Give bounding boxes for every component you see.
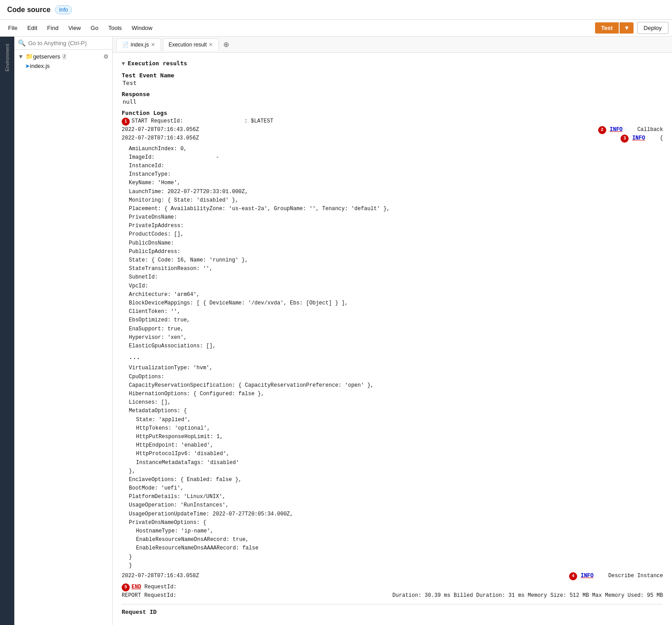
divider: [122, 604, 663, 604]
function-logs-label: Function Logs: [122, 110, 663, 116]
log-end-text: END RequestId:: [132, 583, 177, 591]
test-button[interactable]: Test: [595, 22, 619, 34]
menu-edit[interactable]: Edit: [23, 23, 42, 33]
request-id-section: Request ID: [122, 608, 663, 617]
top-bar: Code source Info: [0, 0, 672, 20]
right-panel: 📄 index.js ✕ Execution result ✕ ⊕ ▼ Exec…: [113, 37, 672, 625]
file-item[interactable]: ➤ index.js: [14, 61, 112, 71]
log-start-text: START RequestId: : $LATEST: [132, 117, 273, 126]
left-panel: 🔍 ▼ 📁 getservers / ⚙ ➤ index.js: [14, 37, 113, 625]
folder-badge: /: [62, 54, 67, 59]
log-timestamp3: 2022-07-28T07:16:43.058Z: [122, 572, 199, 580]
tab-execution-close[interactable]: ✕: [208, 42, 213, 48]
main-layout: Environment 🔍 ▼ 📁 getservers / ⚙ ➤ index…: [0, 37, 672, 625]
menu-tools[interactable]: Tools: [104, 23, 126, 33]
tab-indexjs[interactable]: 📄 index.js ✕: [116, 38, 161, 51]
describe-text: Describe Instance: [595, 572, 663, 580]
callback-text: Callback: [625, 126, 663, 134]
environment-tab[interactable]: Environment: [3, 40, 12, 75]
menu-find[interactable]: Find: [43, 23, 63, 33]
report-details: Duration: 30.39 ms Billed Duration: 31 m…: [392, 591, 663, 600]
log-describe-line: 2022-07-28T07:16:43.058Z 4 INFO Describe…: [122, 572, 663, 580]
request-id-label: Request ID: [122, 608, 663, 617]
file-tree: ▼ 📁 getservers / ⚙ ➤ index.js: [14, 50, 112, 625]
search-bar: 🔍: [14, 37, 112, 50]
folder-item[interactable]: ▼ 📁 getservers / ⚙: [14, 51, 112, 61]
annotation-1: 1: [122, 118, 130, 126]
response-label: Response: [122, 91, 663, 97]
menu-view[interactable]: View: [64, 23, 85, 33]
add-tab-button[interactable]: ⊕: [221, 39, 232, 50]
test-event-value: Test: [122, 80, 663, 86]
tab-indexjs-close[interactable]: ✕: [151, 42, 155, 48]
folder-name: getservers: [33, 53, 60, 60]
page-title: Code source: [7, 6, 51, 14]
annotation-4: 4: [569, 572, 577, 580]
log-timestamp1: 2022-07-28T07:16:43.056Z: [122, 126, 199, 134]
tab-execution-label: Execution result: [169, 42, 207, 48]
annotation-2: 2: [598, 126, 606, 134]
log-end-line: 5 END RequestId:: [122, 583, 663, 591]
log-info-open-line: 2022-07-28T07:16:43.056Z 3 INFO {: [122, 134, 663, 143]
menu-go[interactable]: Go: [86, 23, 103, 33]
tabs-bar: 📄 index.js ✕ Execution result ✕ ⊕: [113, 37, 672, 53]
log-timestamp2: 2022-07-28T07:16:43.056Z: [122, 134, 199, 143]
log-report-line: REPORT RequestId: Duration: 30.39 ms Bil…: [122, 591, 663, 600]
exec-results-title: Execution results: [128, 60, 187, 67]
folder-icon: 📁: [26, 53, 33, 60]
log-report-text: REPORT RequestId:: [122, 591, 176, 600]
menu-bar: File Edit Find View Go Tools Window Test…: [0, 20, 672, 37]
log-start-line: 1 START RequestId: : $LATEST: [122, 117, 663, 126]
info-badge: Info: [55, 5, 72, 14]
menu-file[interactable]: File: [4, 23, 22, 33]
info-describe-tag: INFO: [581, 572, 594, 580]
exec-results-header: ▼ Execution results: [122, 60, 663, 67]
info-open-tag: INFO: [632, 134, 645, 143]
test-event-label: Test Event Name: [122, 72, 663, 79]
log-block-1: AmiLaunchIndex: 0, ImageId: - InstanceId…: [122, 145, 663, 351]
tab-indexjs-label: index.js: [131, 42, 149, 48]
execution-panel: ▼ Execution results Test Event Name Test…: [113, 53, 672, 625]
settings-icon[interactable]: ⚙: [103, 53, 109, 60]
ellipsis: ...: [129, 352, 663, 362]
search-icon: 🔍: [18, 39, 26, 46]
log-callback-line: 2022-07-28T07:16:43.056Z 2 INFO Callback: [122, 126, 663, 134]
search-input[interactable]: [28, 40, 109, 46]
annotation-3: 3: [621, 135, 629, 143]
annotation-5: 5: [122, 583, 130, 591]
log-block-2: VirtualizationType: 'hvm', CpuOptions: C…: [122, 364, 663, 570]
deploy-button[interactable]: Deploy: [637, 22, 668, 34]
tab-execution[interactable]: Execution result ✕: [163, 38, 219, 51]
test-dropdown-button[interactable]: ▼: [620, 22, 633, 34]
info-open-brace: {: [647, 134, 663, 143]
menu-window[interactable]: Window: [127, 23, 157, 33]
logs-area: 1 START RequestId: : $LATEST 2022-07-28T…: [122, 117, 663, 617]
file-icon: ➤: [25, 63, 30, 69]
tab-file-icon: 📄: [122, 42, 129, 48]
sidebar: Environment: [0, 37, 14, 625]
collapse-icon[interactable]: ▼: [122, 60, 125, 67]
file-name: index.js: [30, 63, 50, 69]
info-callback-tag: INFO: [610, 126, 623, 134]
response-value: null: [122, 98, 663, 105]
